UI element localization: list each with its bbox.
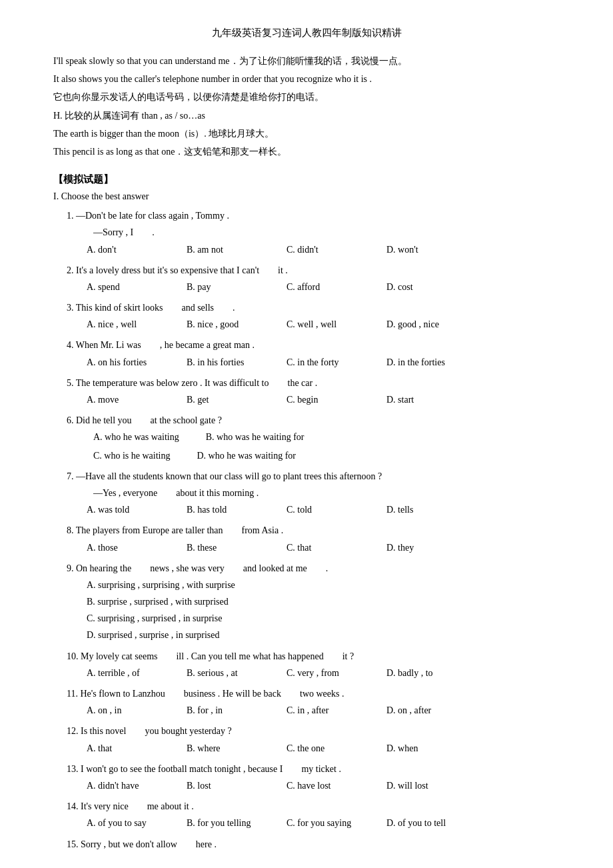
q8-optA: A. those [87,539,167,556]
q7-optA: A. was told [87,501,167,518]
q13-text: 13. I won't go to see the football match… [67,764,341,774]
q2-optA: A. spend [87,279,167,295]
intro-line-4: H. 比较的从属连词有 than , as / so…as [53,107,560,124]
q11-optA: A. on , in [87,702,167,719]
intro-section: I'll speak slowly so that you can unders… [53,53,560,160]
q8-optC: C. that [287,539,366,556]
page-title: 九年级英语复习连词人教四年制版知识精讲 [53,27,560,39]
question-13: 13. I won't go to see the football match… [53,761,560,794]
q7-optC: C. told [287,501,366,518]
q8-optB: B. these [187,539,267,556]
questions-container: 1. —Don't be late for class again , Tomm… [53,207,560,853]
question-3: 3. This kind of skirt looks and sells . … [53,299,560,333]
question-1: 1. —Don't be late for class again , Tomm… [53,207,560,258]
question-11: 11. He's flown to Lanzhou business . He … [53,685,560,719]
q11-optD: D. on , after [386,702,466,719]
q14-text: 14. It's very nice me about it . [67,801,194,811]
q14-optA: A. of you to say [87,815,167,831]
q6-optC: C. who is he waiting [93,447,171,464]
question-7: 7. —Have all the students known that our… [53,468,560,519]
question-15: 15. Sorry , but we don't allow here . [53,836,560,853]
q1-subtext: —Sorry , I . [67,227,155,237]
q13-optB: B. lost [187,777,267,794]
question-6: 6. Did he tell you at the school gate ? … [53,412,560,464]
q3-optA: A. nice , well [87,316,167,333]
question-12: 12. Is this novel you bought yesterday ?… [53,723,560,756]
q13-optC: C. have lost [287,777,366,794]
section-title: 【模拟试题】 [53,173,560,186]
q4-optA: A. on his forties [87,354,167,371]
q10-optC: C. very , from [287,665,366,681]
q4-optB: B. in his forties [187,354,267,371]
q1-optC: C. didn't [287,241,366,258]
q10-optD: D. badly , to [386,665,466,681]
q13-optA: A. didn't have [87,777,167,794]
q6-optA: A. who he was waiting [93,429,179,445]
q7-optB: B. has told [187,501,267,518]
q12-optC: C. the one [287,740,366,757]
q5-optB: B. get [187,391,267,408]
q14-optB: B. for you telling [187,815,267,831]
q2-optD: D. cost [386,279,466,295]
q13-optD: D. will lost [386,777,466,794]
question-10: 10. My lovely cat seems ill . Can you te… [53,648,560,681]
question-14: 14. It's very nice me about it . A. of y… [53,798,560,831]
q5-optC: C. begin [287,391,366,408]
q9-optC: C. surprising , surprised , in surprise [87,613,222,623]
q10-text: 10. My lovely cat seems ill . Can you te… [67,651,354,661]
q1-text: 1. —Don't be late for class again , Tomm… [67,211,229,221]
q12-optB: B. where [187,740,267,757]
q2-text: 2. It's a lovely dress but it's so expen… [67,265,288,275]
q1-optB: B. am not [187,241,267,258]
q7-optD: D. tells [386,501,466,518]
q15-text: 15. Sorry , but we don't allow here . [67,839,217,849]
question-2: 2. It's a lovely dress but it's so expen… [53,262,560,295]
q8-optD: D. they [386,539,466,556]
q1-optD: D. won't [386,241,466,258]
q7-text: 7. —Have all the students known that our… [67,471,382,481]
q7-subtext: —Yes , everyone about it this morning . [67,488,259,498]
q14-optD: D. of you to tell [386,815,466,831]
q5-text: 5. The temperature was below zero . It w… [67,378,317,388]
q10-optB: B. serious , at [187,665,267,681]
q9-text: 9. On hearing the news , she was very an… [67,563,328,573]
q3-optB: B. nice , good [187,316,267,333]
q11-optC: C. in , after [287,702,366,719]
question-5: 5. The temperature was below zero . It w… [53,375,560,408]
intro-line-6: This pencil is as long as that one．这支铅笔和… [53,143,560,160]
intro-line-2: It also shows you the caller's telephone… [53,71,560,87]
q4-optC: C. in the forty [287,354,366,371]
intro-line-3: 它也向你显示发话人的电话号码，以便你清楚是谁给你打的电话。 [53,89,560,105]
q6-optB: B. who was he waiting for [206,429,305,445]
q9-optA: A. surprising , surprising , with surpri… [87,580,235,590]
q5-optD: D. start [386,391,466,408]
q5-optA: A. move [87,391,167,408]
q1-optA: A. don't [87,241,167,258]
q12-optD: D. when [386,740,466,757]
q8-text: 8. The players from Europe are taller th… [67,525,283,535]
q2-optC: C. afford [287,279,366,295]
q4-optD: D. in the forties [386,354,466,371]
intro-line-5: The earth is bigger than the moon（is）. 地… [53,125,560,142]
sub-title: I. Choose the best answer [53,191,560,202]
intro-line-1: I'll speak slowly so that you can unders… [53,53,560,69]
question-9: 9. On hearing the news , she was very an… [53,560,560,644]
q11-text: 11. He's flown to Lanzhou business . He … [67,689,344,699]
q6-optD: D. who he was waiting for [197,447,297,464]
q3-text: 3. This kind of skirt looks and sells . [67,303,235,313]
q3-optD: D. good , nice [386,316,466,333]
q14-optC: C. for you saying [287,815,366,831]
q12-optA: A. that [87,740,167,757]
q9-optB: B. surprise , surprised , with surprised [87,597,229,607]
question-8: 8. The players from Europe are taller th… [53,522,560,555]
q9-optD: D. surprised , surprise , in surprised [87,630,219,640]
q6-text: 6. Did he tell you at the school gate ? [67,415,222,425]
q4-text: 4. When Mr. Li was , he became a great m… [67,340,255,350]
q10-optA: A. terrible , of [87,665,167,681]
q11-optB: B. for , in [187,702,267,719]
q12-text: 12. Is this novel you bought yesterday ? [67,726,232,736]
question-4: 4. When Mr. Li was , he became a great m… [53,337,560,370]
q3-optC: C. well , well [287,316,366,333]
q2-optB: B. pay [187,279,267,295]
